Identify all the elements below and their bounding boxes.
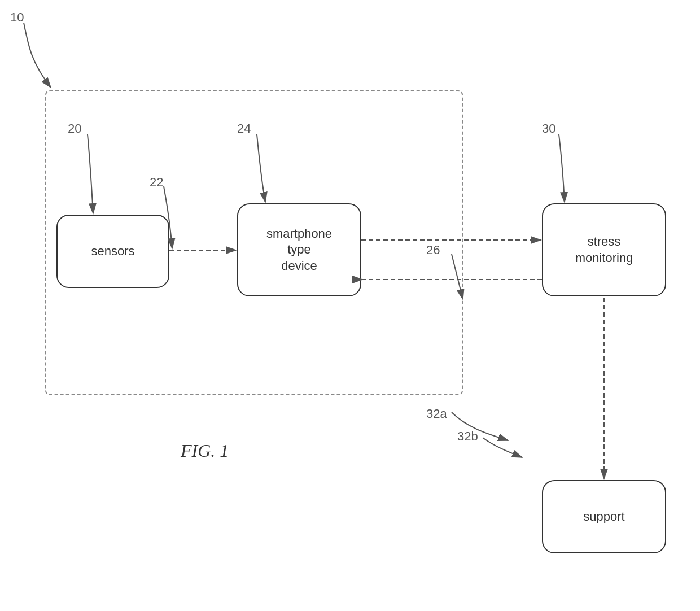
ref-30: 30 [542,121,555,136]
ref-24: 24 [237,121,251,136]
diagram: 10 20 22 24 26 30 32a 32b sensors smartp… [0,0,700,611]
smartphone-label: smartphone type device [266,226,332,274]
ref-22: 22 [150,175,163,190]
smartphone-box: smartphone type device [237,203,361,296]
support-label: support [583,509,624,525]
sensors-label: sensors [91,243,134,260]
ref-32a: 32a [426,407,447,421]
stress-monitoring-box: stress monitoring [542,203,666,296]
sensors-box: sensors [56,215,169,288]
ref-26: 26 [426,243,440,258]
ref-20: 20 [68,121,81,136]
ref-10: 10 [10,10,24,25]
stress-monitoring-label: stress monitoring [575,234,633,266]
figure-label: FIG. 1 [181,440,229,461]
ref-32b: 32b [457,429,478,444]
support-box: support [542,480,666,553]
